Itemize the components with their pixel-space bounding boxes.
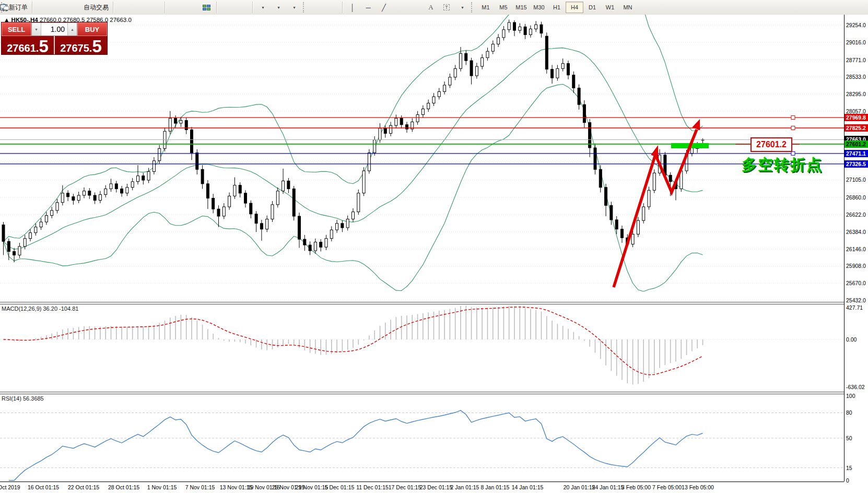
time-tick-label: 2 Jan 01:15 bbox=[451, 484, 479, 490]
toolbar-grip[interactable] bbox=[471, 2, 475, 13]
candlestick bbox=[131, 182, 134, 187]
price-callout-label[interactable]: 27601.2 bbox=[750, 137, 792, 152]
candlestick bbox=[583, 104, 585, 123]
ask-price: 27675.5 bbox=[55, 36, 107, 54]
search-button[interactable] bbox=[832, 1, 848, 14]
volume-input[interactable]: 1.00 bbox=[41, 23, 67, 36]
candlestick bbox=[535, 25, 537, 29]
timeframe-group: M1M5M15M30H1H4D1W1MN bbox=[477, 2, 637, 13]
time-tick-label: 10 Oct 2019 bbox=[0, 484, 20, 490]
zoom-in-button[interactable] bbox=[167, 1, 183, 14]
candlestick bbox=[260, 224, 263, 229]
tile-windows-icon bbox=[203, 5, 210, 10]
tf-button-MN[interactable]: MN bbox=[619, 2, 637, 13]
candlestick bbox=[24, 239, 26, 246]
line-chart-button[interactable] bbox=[147, 1, 162, 14]
candlestick bbox=[346, 219, 349, 228]
turning-point-annotation[interactable]: 多空转折点 bbox=[742, 155, 823, 175]
candlestick bbox=[212, 198, 215, 209]
price-tick-label: 27105.0 bbox=[844, 177, 868, 183]
sell-button[interactable]: SELL bbox=[2, 22, 31, 36]
candlestick bbox=[648, 190, 650, 207]
auto-trading-label: 自动交易 bbox=[84, 3, 109, 12]
candlestick bbox=[615, 220, 618, 229]
candlestick bbox=[421, 109, 424, 115]
tf-button-H4[interactable]: H4 bbox=[566, 2, 583, 13]
chart-window: 29254.029016.028771.028533.028295.028057… bbox=[0, 15, 868, 493]
candlestick bbox=[373, 140, 376, 153]
volume-decrease-button[interactable]: ▼ bbox=[32, 23, 41, 36]
rsi-tick-label: 80 bbox=[844, 409, 868, 416]
tf-button-W1[interactable]: W1 bbox=[601, 2, 619, 13]
zoom-out-button[interactable] bbox=[183, 1, 198, 14]
trendline-tool[interactable]: ╱ bbox=[376, 1, 392, 14]
candlestick bbox=[642, 207, 645, 220]
vertical-line-tool[interactable]: │ bbox=[345, 1, 360, 14]
equidistant-channel-tool[interactable]: E bbox=[392, 1, 407, 14]
price-axis[interactable]: 29254.029016.028771.028533.028295.028057… bbox=[844, 15, 868, 482]
arrow-head-icon bbox=[651, 145, 658, 157]
tf-button-M1[interactable]: M1 bbox=[477, 2, 495, 13]
community-button[interactable] bbox=[50, 1, 66, 14]
trendline-icon: ╱ bbox=[382, 4, 386, 11]
buy-button[interactable]: BUY bbox=[77, 22, 107, 36]
price-line-label: 27471.1 bbox=[844, 150, 868, 157]
text-tool[interactable]: A bbox=[423, 1, 439, 14]
candlestick bbox=[449, 77, 451, 85]
candlestick bbox=[465, 53, 467, 61]
new-chart-button[interactable]: ▾ bbox=[255, 1, 271, 14]
toolbar-separator bbox=[252, 2, 253, 13]
candlestick bbox=[406, 125, 408, 129]
candlestick bbox=[45, 216, 48, 222]
candlestick bbox=[572, 75, 575, 88]
horizontal-line-tool[interactable]: ─ bbox=[360, 1, 376, 14]
signals-button[interactable] bbox=[66, 1, 81, 14]
rsi-line bbox=[9, 410, 703, 480]
candlestick bbox=[196, 153, 198, 170]
macd-panel[interactable] bbox=[0, 304, 844, 392]
tf-button-H1[interactable]: H1 bbox=[548, 2, 566, 13]
time-tick-label: 22 Oct 01:15 bbox=[68, 484, 99, 490]
candlestick bbox=[551, 69, 554, 78]
tf-button-D1[interactable]: D1 bbox=[583, 2, 601, 13]
candlestick bbox=[486, 51, 489, 57]
cursor-button[interactable] bbox=[309, 1, 324, 14]
strategy-tester-button[interactable] bbox=[234, 1, 250, 14]
time-tick-label: 8 Jan 01:15 bbox=[481, 484, 510, 490]
chat-icon bbox=[0, 3, 10, 11]
candlestick bbox=[336, 224, 338, 230]
time-axis[interactable]: 10 Oct 201916 Oct 01:1522 Oct 01:1528 Oc… bbox=[0, 482, 844, 493]
toolbar-grip[interactable] bbox=[303, 2, 307, 13]
line-handle[interactable] bbox=[791, 116, 795, 120]
candlestick bbox=[174, 118, 177, 123]
templates-button[interactable]: ▾ bbox=[286, 1, 302, 14]
chevron-down-icon: ▾ bbox=[277, 5, 279, 10]
candlestick bbox=[519, 27, 521, 30]
toolbar-separator bbox=[342, 2, 343, 13]
price-tick-label: 28771.0 bbox=[844, 57, 868, 64]
auto-trading-button[interactable]: 自动交易 bbox=[81, 1, 111, 14]
rsi-panel[interactable] bbox=[0, 394, 844, 482]
candlestick bbox=[303, 239, 306, 245]
chat-button[interactable] bbox=[848, 1, 864, 14]
text-label-tool[interactable]: T bbox=[439, 1, 454, 14]
candlestick bbox=[395, 118, 397, 125]
new-order-button[interactable]: 新订单 bbox=[7, 1, 30, 14]
arrows-tool[interactable]: ▾ bbox=[454, 1, 470, 14]
tf-button-M15[interactable]: M15 bbox=[512, 2, 530, 13]
volume-increase-button[interactable]: ▲ bbox=[67, 23, 77, 36]
line-handle[interactable] bbox=[791, 126, 795, 130]
tf-button-M30[interactable]: M30 bbox=[530, 2, 548, 13]
horizontal-line-icon: ─ bbox=[366, 4, 370, 11]
gold-symbols-button[interactable] bbox=[34, 1, 50, 14]
crosshair-button[interactable] bbox=[324, 1, 340, 14]
fibonacci-tool[interactable]: F bbox=[407, 1, 423, 14]
candlestick-chart-button[interactable] bbox=[131, 1, 147, 14]
period-button[interactable]: ▾ bbox=[271, 1, 286, 14]
candlestick bbox=[191, 130, 193, 153]
tile-windows-button[interactable] bbox=[198, 1, 214, 14]
tf-button-M5[interactable]: M5 bbox=[495, 2, 512, 13]
bar-chart-button[interactable] bbox=[115, 1, 131, 14]
data-window-button[interactable] bbox=[219, 1, 234, 14]
main-price-chart[interactable] bbox=[0, 15, 844, 302]
